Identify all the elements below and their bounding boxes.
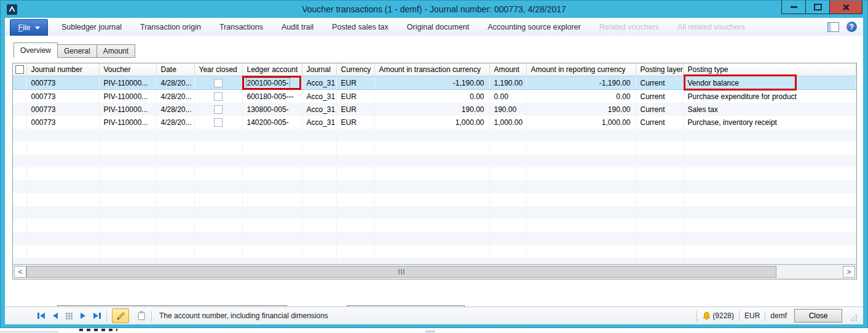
tab-amount[interactable]: Amount bbox=[97, 44, 135, 58]
cell-journal[interactable]: Acco_31 bbox=[302, 116, 336, 129]
close-button[interactable]: Close bbox=[794, 309, 842, 323]
year-closed-checkbox[interactable] bbox=[214, 105, 223, 114]
minimize-button[interactable] bbox=[782, 1, 805, 14]
last-record-button[interactable] bbox=[93, 312, 101, 319]
cell-amount-in-reporting-currency[interactable]: 190.00 bbox=[526, 103, 636, 116]
cell-posting-layer[interactable]: Current bbox=[636, 76, 683, 90]
cell-select[interactable] bbox=[13, 116, 26, 129]
scroll-left-button[interactable]: < bbox=[14, 266, 26, 278]
column-header-date[interactable]: Date bbox=[156, 63, 194, 76]
alerts-indicator[interactable]: (9228) bbox=[702, 311, 734, 321]
column-header-journal-number[interactable]: Journal number bbox=[26, 63, 99, 76]
scroll-right-button[interactable]: > bbox=[843, 266, 855, 278]
column-header-year-closed[interactable]: Year closed bbox=[194, 63, 242, 76]
cell-journal[interactable]: Acco_31 bbox=[302, 103, 336, 116]
cell-journal-number[interactable]: 000773 bbox=[26, 76, 99, 90]
cell-amount-in-transaction-currency[interactable]: 190.00 bbox=[374, 103, 489, 116]
cell-select[interactable] bbox=[13, 76, 26, 90]
menu-item-accounting-source-explorer[interactable]: Accounting source explorer bbox=[487, 23, 580, 31]
table-row[interactable]: 000773PIV-110000...4/28/20...200100-005-… bbox=[13, 76, 856, 90]
select-all-checkbox[interactable] bbox=[15, 65, 24, 74]
cell-date[interactable]: 4/28/20... bbox=[156, 90, 194, 103]
horizontal-scrollbar[interactable]: < > bbox=[13, 264, 856, 279]
cell-posting-layer[interactable]: Current bbox=[636, 103, 683, 116]
cell-amount[interactable]: 190.00 bbox=[489, 103, 526, 116]
cell-ledger-account[interactable]: 130800-005- bbox=[242, 103, 302, 116]
attachments-button[interactable] bbox=[136, 311, 146, 321]
first-record-button[interactable] bbox=[37, 312, 45, 319]
cell-voucher[interactable]: PIV-110000... bbox=[99, 116, 156, 129]
menu-item-transaction-origin[interactable]: Transaction origin bbox=[140, 23, 201, 31]
year-closed-checkbox[interactable] bbox=[214, 79, 223, 87]
column-header-journal[interactable]: Journal bbox=[302, 63, 336, 76]
cell-voucher[interactable]: PIV-110000... bbox=[99, 103, 156, 116]
column-header-amount-in-reporting-currency[interactable]: Amount in reporting currency bbox=[526, 63, 636, 76]
column-header-ledger-account[interactable]: Ledger account bbox=[242, 63, 302, 76]
cell-currency[interactable]: EUR bbox=[336, 116, 374, 129]
cell-amount[interactable]: 1,000.00 bbox=[489, 116, 526, 129]
cell-currency[interactable]: EUR bbox=[336, 76, 374, 90]
cell-posting-layer[interactable]: Current bbox=[636, 90, 683, 103]
previous-record-button[interactable] bbox=[52, 312, 59, 319]
cell-year-closed[interactable] bbox=[194, 90, 242, 103]
cell-journal[interactable]: Acco_31 bbox=[302, 76, 336, 90]
currency-indicator[interactable]: EUR bbox=[744, 311, 760, 320]
cell-select[interactable] bbox=[13, 103, 26, 116]
edit-record-button[interactable] bbox=[112, 308, 129, 323]
cell-posting-type[interactable]: Sales tax bbox=[683, 103, 856, 116]
close-window-button[interactable] bbox=[829, 1, 862, 14]
column-header-select[interactable] bbox=[13, 63, 26, 76]
cell-amount-in-reporting-currency[interactable]: 1,000.00 bbox=[526, 116, 636, 129]
table-row[interactable]: 000773PIV-110000...4/28/20...600180-005-… bbox=[13, 90, 856, 103]
cell-amount[interactable]: 1,190.00 bbox=[489, 76, 526, 90]
cell-year-closed[interactable] bbox=[194, 76, 242, 90]
cell-year-closed[interactable] bbox=[194, 103, 242, 116]
cell-ledger-account[interactable]: 200100-005- bbox=[242, 76, 302, 90]
cell-posting-type[interactable]: Vendor balance bbox=[683, 76, 856, 90]
cell-journal[interactable]: Acco_31 bbox=[302, 90, 336, 103]
cell-amount-in-reporting-currency[interactable]: 0.00 bbox=[526, 90, 636, 103]
layout-pane-icon[interactable] bbox=[827, 22, 839, 32]
table-row[interactable]: 000773PIV-110000...4/28/20...140200-005-… bbox=[13, 116, 856, 129]
column-header-amount[interactable]: Amount bbox=[489, 63, 526, 76]
help-icon[interactable]: ? bbox=[846, 22, 857, 32]
cell-journal-number[interactable]: 000773 bbox=[26, 116, 99, 129]
table-row[interactable]: 000773PIV-110000...4/28/20...130800-005-… bbox=[13, 103, 856, 116]
cell-ledger-account[interactable]: 600180-005--- bbox=[242, 90, 302, 103]
cell-amount-in-transaction-currency[interactable]: -1,190.00 bbox=[374, 76, 489, 90]
cell-journal-number[interactable]: 000773 bbox=[26, 90, 99, 103]
menu-item-posted-sales-tax[interactable]: Posted sales tax bbox=[332, 23, 389, 31]
cell-currency[interactable]: EUR bbox=[336, 103, 374, 116]
year-closed-checkbox[interactable] bbox=[214, 92, 223, 101]
records-grid-button[interactable] bbox=[65, 312, 73, 319]
next-record-button[interactable] bbox=[79, 312, 87, 319]
cell-ledger-account[interactable]: 140200-005- bbox=[242, 116, 302, 129]
cell-date[interactable]: 4/28/20... bbox=[156, 116, 194, 129]
cell-date[interactable]: 4/28/20... bbox=[156, 103, 194, 116]
tab-general[interactable]: General bbox=[58, 44, 97, 58]
column-header-voucher[interactable]: Voucher bbox=[99, 63, 156, 76]
cell-posting-type[interactable]: Purchase expenditure for product bbox=[683, 90, 856, 103]
column-header-posting-type[interactable]: Posting type bbox=[683, 63, 856, 76]
resize-grip-icon[interactable] bbox=[851, 315, 857, 321]
cell-amount-in-reporting-currency[interactable]: -1,190.00 bbox=[526, 76, 636, 90]
column-header-posting-layer[interactable]: Posting layer bbox=[636, 63, 683, 76]
scrollbar-thumb[interactable] bbox=[26, 266, 776, 278]
cell-amount[interactable]: 0.00 bbox=[489, 90, 526, 103]
menu-item-audit-trail[interactable]: Audit trail bbox=[282, 23, 314, 31]
cell-journal-number[interactable]: 000773 bbox=[26, 103, 99, 116]
year-closed-checkbox[interactable] bbox=[214, 118, 223, 127]
cell-amount-in-transaction-currency[interactable]: 0.00 bbox=[374, 90, 489, 103]
menu-item-transactions[interactable]: Transactions bbox=[219, 23, 263, 31]
cell-posting-layer[interactable]: Current bbox=[636, 116, 683, 129]
cell-date[interactable]: 4/28/20... bbox=[156, 76, 194, 90]
column-header-amount-in-transaction-currency[interactable]: Amount in transaction currency bbox=[374, 63, 489, 76]
company-indicator[interactable]: demf bbox=[770, 311, 787, 320]
cell-posting-type[interactable]: Purchase, inventory receipt bbox=[683, 116, 856, 129]
menu-item-subledger-journal[interactable]: Subledger journal bbox=[61, 23, 122, 31]
menu-item-original-document[interactable]: Original document bbox=[407, 23, 469, 31]
tab-overview[interactable]: Overview bbox=[14, 42, 58, 58]
column-header-currency[interactable]: Currency bbox=[336, 63, 374, 76]
cell-voucher[interactable]: PIV-110000... bbox=[99, 90, 156, 103]
file-menu-button[interactable]: File bbox=[10, 19, 48, 36]
